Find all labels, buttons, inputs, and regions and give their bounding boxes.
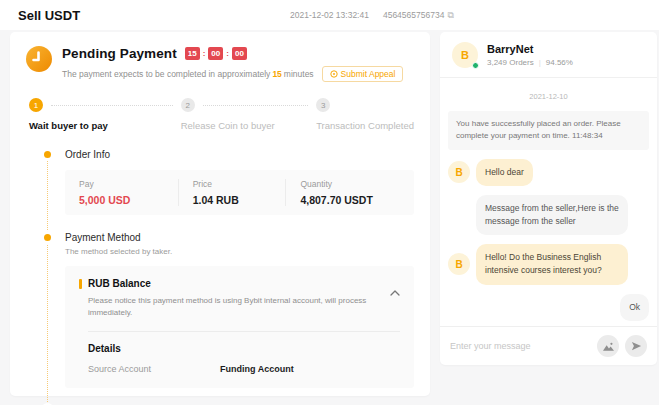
pending-payment-header: Pending Payment 15 : 00 : 00 The payment… (26, 46, 414, 82)
timer-hours: 15 (185, 47, 200, 60)
chat-message-input[interactable] (450, 341, 591, 351)
details-title: Details (88, 343, 400, 354)
step-number: 1 (29, 98, 43, 112)
order-meta: 2021-12-02 13:32:41 4564565756734 ⧉ (290, 0, 454, 30)
payment-method-box: RUB Balance Please notice this payment m… (65, 266, 414, 388)
page-title: Sell USDT (18, 8, 80, 23)
pay-label: Pay (79, 179, 164, 189)
chat-message-outgoing: Ok (448, 294, 649, 321)
step-connector (203, 105, 308, 106)
seller-avatar: B (452, 42, 478, 68)
quantity-field: Quantity 4,807.70 USDT (285, 179, 414, 206)
payment-method-note: Please notice this payment method is usi… (88, 295, 400, 319)
chat-input-bar (440, 326, 657, 365)
clock-icon (26, 46, 52, 72)
payment-method-subtitle: The method selected by taker. (65, 247, 414, 256)
timer-seconds: 00 (232, 47, 247, 60)
quantity-label: Quantity (300, 179, 400, 189)
message-bubble: Ok (620, 294, 649, 321)
appeal-icon (330, 70, 338, 78)
topbar: Sell USDT 2021-12-02 13:32:41 4564565756… (0, 0, 659, 30)
countdown-timer: 15 : 00 : 00 (185, 47, 247, 60)
chat-header: B BarryNet 3,249 Orders | 94.56% (440, 32, 657, 78)
send-icon (631, 341, 642, 351)
accent-bar (79, 279, 82, 289)
pay-value: 5,000 USD (79, 194, 164, 206)
step-number: 2 (181, 98, 195, 112)
copy-icon[interactable]: ⧉ (447, 10, 453, 21)
chat-message: Message from the seller,Here is the mess… (448, 195, 649, 235)
source-account-value: Funding Account (220, 364, 294, 374)
source-account-row: Source Account Funding Account (88, 364, 400, 374)
step-wait-buyer-to-pay: 1 Wait buyer to pay (29, 98, 181, 131)
status-subtitle: The payment expects to be completed in a… (62, 66, 403, 82)
order-timestamp: 2021-12-02 13:32:41 (290, 10, 369, 20)
minutes-remaining: 15 (270, 69, 283, 79)
image-icon (603, 342, 614, 351)
order-sections-timeline: Order Info Pay 5,000 USD Price 1.04 RUB … (26, 149, 414, 405)
step-label: Wait buyer to pay (29, 120, 181, 131)
submit-appeal-button[interactable]: Submit Appeal (322, 66, 404, 82)
bullet-icon (44, 151, 51, 158)
seller-stats: 3,249 Orders | 94.56% (487, 58, 573, 67)
order-info-title: Order Info (65, 149, 414, 160)
message-bubble: Hello! Do the Business English intensive… (476, 244, 628, 284)
seller-name: BarryNet (487, 43, 573, 55)
order-info-box: Pay 5,000 USD Price 1.04 RUB Quantity 4,… (65, 170, 414, 215)
order-id: 4564565756734 (383, 10, 444, 20)
step-connector (51, 105, 173, 106)
quantity-value: 4,807.70 USDT (300, 194, 400, 206)
timer-minutes: 00 (208, 47, 223, 60)
bullet-icon (44, 234, 51, 241)
status-title: Pending Payment (62, 46, 177, 61)
step-label: Release Coin to buyer (181, 120, 316, 131)
price-field: Price 1.04 RUB (178, 179, 286, 206)
seller-avatar: B (448, 161, 470, 183)
send-message-button[interactable] (625, 335, 647, 357)
payment-method-name: RUB Balance (88, 278, 151, 289)
chevron-up-icon[interactable] (390, 290, 400, 296)
order-progress-stepper: 1 Wait buyer to pay 2 Release Coin to bu… (29, 98, 414, 131)
payment-method-row[interactable]: RUB Balance (79, 278, 400, 289)
price-label: Price (193, 179, 272, 189)
chat-message: B Hello! Do the Business English intensi… (448, 244, 649, 284)
system-message: You have successfully placed an order. P… (448, 111, 649, 150)
seller-completion-rate: 94.56% (546, 58, 573, 67)
pay-field: Pay 5,000 USD (65, 179, 178, 206)
step-transaction-completed: 3 Transaction Completed (316, 98, 414, 131)
step-label: Transaction Completed (316, 120, 414, 131)
message-bubble: Hello dear (476, 159, 533, 186)
seller-orders-count: 3,249 Orders (487, 58, 534, 67)
payment-method-section: Payment Method The method selected by ta… (26, 232, 414, 388)
payment-method-title: Payment Method (65, 232, 414, 243)
step-number: 3 (316, 98, 330, 112)
step-release-coin: 2 Release Coin to buyer (181, 98, 316, 131)
attach-image-button[interactable] (597, 335, 619, 357)
divider (88, 331, 400, 332)
order-info-section: Order Info Pay 5,000 USD Price 1.04 RUB … (26, 149, 414, 215)
online-status-dot (472, 62, 479, 69)
price-value: 1.04 RUB (193, 194, 272, 206)
chat-messages: 2021-12-10 You have successfully placed … (440, 78, 657, 326)
chat-message: B Hello dear (448, 159, 649, 186)
chat-date-divider: 2021-12-10 (448, 92, 649, 101)
message-bubble: Message from the seller,Here is the mess… (476, 195, 628, 235)
chat-panel: B BarryNet 3,249 Orders | 94.56% 2021-12… (440, 32, 657, 365)
seller-avatar: B (448, 253, 470, 275)
source-account-label: Source Account (88, 364, 220, 374)
order-detail-panel: Pending Payment 15 : 00 : 00 The payment… (10, 32, 430, 396)
